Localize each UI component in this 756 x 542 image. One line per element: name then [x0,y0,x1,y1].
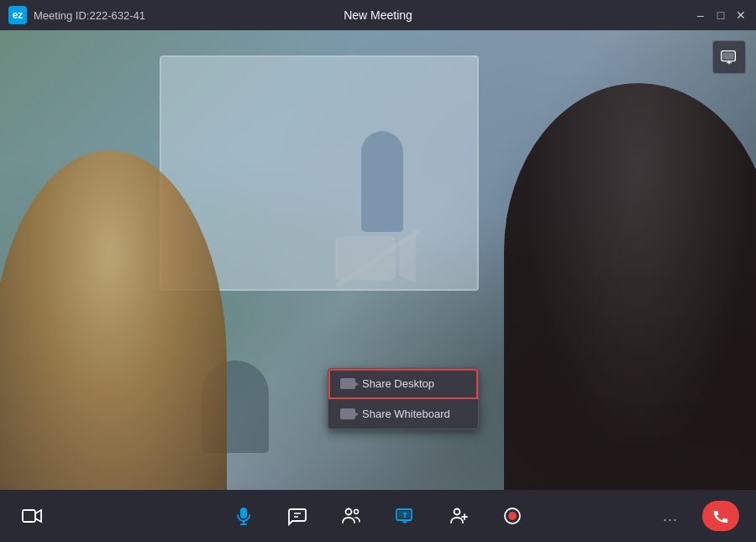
title-controls: – □ ✕ [694,8,748,22]
more-dots-icon: ... [663,508,678,525]
svg-point-21 [454,509,460,515]
video-area: Share Desktop Share Whiteboard [0,30,756,503]
toolbar-right: ... [655,501,739,531]
share-whiteboard-option[interactable]: Share Whiteboard [328,399,478,429]
window-title: New Meeting [344,8,412,22]
svg-point-25 [508,512,517,520]
share-desktop-icon [340,378,355,389]
svg-rect-0 [336,237,395,279]
title-bar: ez Meeting ID:222-632-41 New Meeting – □… [0,0,756,30]
svg-rect-17 [398,511,410,518]
meeting-id: Meeting ID:222-632-41 [34,9,145,22]
title-left: ez Meeting ID:222-632-41 [8,6,145,24]
share-context-menu: Share Desktop Share Whiteboard [328,368,479,429]
svg-point-15 [354,510,359,514]
share-whiteboard-icon [340,408,355,419]
share-screen-button[interactable] [390,501,420,531]
screen-share-toggle-button[interactable] [712,40,746,74]
svg-rect-7 [23,510,35,522]
share-desktop-label: Share Desktop [362,377,434,390]
camera-off-icon [332,224,424,295]
end-call-button[interactable] [702,501,739,531]
record-button[interactable] [497,501,528,531]
share-whiteboard-label: Share Whiteboard [362,408,450,420]
camera-button[interactable] [17,501,47,531]
toolbar-left [17,501,47,531]
add-user-button[interactable] [444,501,474,531]
toolbar: ... [0,490,756,542]
svg-point-14 [346,509,352,515]
person-presenting [361,131,403,232]
more-options-button[interactable]: ... [655,501,685,531]
maximize-button[interactable]: □ [714,8,727,22]
minimize-button[interactable]: – [694,8,707,22]
close-button[interactable]: ✕ [734,8,748,22]
person-right [504,83,756,503]
share-desktop-option[interactable]: Share Desktop [328,369,478,399]
toolbar-center [228,501,528,531]
svg-rect-4 [723,53,734,60]
microphone-button[interactable] [228,501,259,531]
participants-button[interactable] [336,501,366,531]
svg-rect-9 [240,508,247,518]
app-logo: ez [8,6,27,24]
svg-marker-8 [35,510,41,522]
chat-button[interactable] [282,501,312,531]
